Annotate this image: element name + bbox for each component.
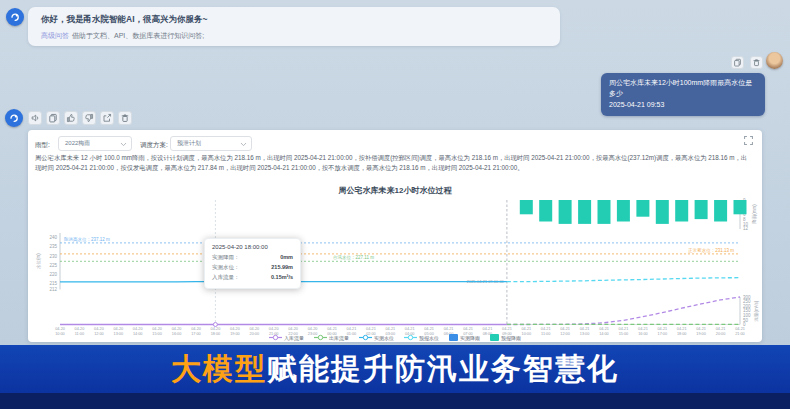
tooltip-row: 实测降雨：0mm	[212, 253, 293, 263]
rain-type-label: 雨型:	[35, 141, 50, 150]
ai-avatar	[5, 109, 23, 127]
svg-text:04-20: 04-20	[288, 327, 298, 331]
legend-item[interactable]: 实测降雨	[449, 334, 480, 341]
svg-text:220: 220	[49, 272, 57, 277]
copy-icon[interactable]	[731, 56, 744, 69]
greeting-subtitle-row: 高级问答借助于文档、API、数据库表进行知识问答;	[41, 31, 204, 41]
svg-text:230: 230	[49, 254, 57, 259]
trash-icon[interactable]	[750, 56, 763, 69]
trash-icon[interactable]	[118, 111, 132, 125]
svg-text:04-21: 04-21	[366, 327, 376, 331]
svg-text:防洪高水位：237.12 m: 防洪高水位：237.12 m	[64, 236, 110, 242]
svg-text:212: 212	[49, 287, 57, 292]
svg-text:235: 235	[49, 244, 57, 249]
chart-tooltip: 2025-04-20 18:00:00 实测降雨：0mm实测水位：215.99m…	[204, 238, 301, 289]
banner-text: 赋能提升防汛业务智慧化	[267, 349, 619, 390]
thumbs-up-icon[interactable]	[64, 111, 78, 125]
svg-text:225: 225	[49, 263, 57, 268]
svg-text:04-21: 04-21	[424, 327, 434, 331]
plan-value: 预泄计划	[177, 139, 201, 148]
bottom-banner: 大模型赋能提升防汛业务智慧化	[0, 345, 790, 393]
export-icon[interactable]	[100, 111, 114, 125]
greeting-title: 你好，我是甬水院智能AI，很高兴为你服务~	[41, 14, 207, 26]
message-actions	[731, 56, 763, 69]
svg-text:04-21: 04-21	[502, 327, 512, 331]
svg-text:04-21: 04-21	[677, 327, 687, 331]
svg-text:04-21: 04-21	[483, 327, 493, 331]
chevron-down-icon	[120, 142, 127, 147]
result-summary: 周公宅水库未来 12 小时 100.0 mm降雨，按设计计划调度，最高水位为 2…	[35, 153, 753, 174]
svg-text:04-21: 04-21	[541, 327, 551, 331]
svg-text:04-21: 04-21	[638, 327, 648, 331]
svg-text:正常蓄水位：231.13 m: 正常蓄水位：231.13 m	[687, 247, 734, 253]
svg-text:04-21: 04-21	[696, 327, 706, 331]
svg-text:04-21: 04-21	[716, 327, 726, 331]
chart-legend: 入库流量出库流量实测水位预报水位实测降雨预报降雨	[28, 334, 762, 341]
tooltip-title: 2025-04-20 18:00:00	[212, 244, 293, 250]
user-message-text: 周公宅水库未来12小时100mm降雨最高水位是多少	[609, 78, 757, 100]
svg-text:04-20: 04-20	[113, 327, 123, 331]
chart-title: 周公宅水库未来12小时水位过程	[28, 185, 762, 196]
svg-text:04-20: 04-20	[94, 327, 104, 331]
legend-item[interactable]: 入库流量	[269, 334, 304, 341]
svg-text:04-21: 04-21	[405, 327, 415, 331]
legend-item[interactable]: 实测水位	[359, 334, 394, 341]
greeting-tag: 高级问答	[41, 32, 69, 39]
svg-text:04-20: 04-20	[230, 327, 240, 331]
copy-icon[interactable]	[46, 111, 60, 125]
voice-icon[interactable]	[28, 111, 42, 125]
svg-text:04-20: 04-20	[249, 327, 259, 331]
svg-text:水位(m): 水位(m)	[36, 253, 41, 269]
ai-avatar	[6, 8, 24, 26]
footer-strip	[0, 393, 790, 409]
svg-text:04-21: 04-21	[521, 327, 531, 331]
svg-text:04-20: 04-20	[211, 327, 221, 331]
legend-item[interactable]: 出库流量	[314, 334, 349, 341]
svg-text:04-20: 04-20	[133, 327, 143, 331]
ai-logo-icon	[9, 11, 21, 23]
svg-text:04-21: 04-21	[657, 327, 667, 331]
svg-text:04-21: 04-21	[347, 327, 357, 331]
svg-text:04-21: 04-21	[444, 327, 454, 331]
svg-text:04-20: 04-20	[308, 327, 318, 331]
svg-text:04-20: 04-20	[172, 327, 182, 331]
svg-text:04-20: 04-20	[55, 327, 65, 331]
plan-select[interactable]: 预泄计划	[170, 136, 252, 151]
svg-text:04-21: 04-21	[619, 327, 629, 331]
svg-text:04-21: 04-21	[463, 327, 473, 331]
user-message-time: 2025-04-21 09:53	[609, 100, 757, 111]
thumbs-down-icon[interactable]	[82, 111, 96, 125]
svg-text:台汛水位：227.11 m: 台汛水位：227.11 m	[333, 254, 374, 260]
svg-text:降雨(mm): 降雨(mm)	[751, 204, 757, 224]
user-avatar[interactable]	[766, 52, 783, 69]
ai-logo-icon	[8, 112, 20, 124]
svg-text:04-20: 04-20	[269, 327, 279, 331]
greeting-subtitle: 借助于文档、API、数据库表进行知识问答;	[72, 32, 204, 39]
svg-text:04-21: 04-21	[580, 327, 590, 331]
legend-item[interactable]: 预报水位	[404, 334, 439, 341]
tooltip-row: 入库流量：0.15m³/s	[212, 273, 293, 283]
answer-panel: 雨型: 2022梅雨 调度方案: 预泄计划 周公宅水库未来 12 小时 100.…	[28, 130, 762, 342]
svg-text:04-20: 04-20	[191, 327, 201, 331]
svg-text:215: 215	[49, 281, 57, 286]
assistant-greeting-bubble: 你好，我是甬水院智能AI，很高兴为你服务~ 高级问答借助于文档、API、数据库表…	[28, 7, 560, 46]
banner-highlight: 大模型	[171, 349, 267, 390]
legend-item[interactable]: 预报降雨	[490, 334, 521, 341]
svg-text:04-21: 04-21	[327, 327, 337, 331]
svg-text:04-21: 04-21	[735, 327, 745, 331]
chevron-down-icon	[240, 142, 247, 147]
fullscreen-icon[interactable]	[743, 135, 754, 146]
app-window: 你好，我是甬水院智能AI，很高兴为你服务~ 高级问答借助于文档、API、数据库表…	[0, 0, 790, 409]
svg-text:04-21: 04-21	[599, 327, 609, 331]
tooltip-row: 实测水位：215.99m	[212, 263, 293, 273]
user-message-bubble: 周公宅水库未来12小时100mm降雨最高水位是多少 2025-04-21 09:…	[601, 73, 765, 116]
svg-text:流量(m³/s): 流量(m³/s)	[754, 300, 759, 322]
svg-text:04-20: 04-20	[152, 327, 162, 331]
tooltip-rows: 实测降雨：0mm实测水位：215.99m入库流量：0.15m³/s	[212, 253, 293, 283]
svg-text:04-20: 04-20	[75, 327, 85, 331]
rain-type-select[interactable]: 2022梅雨	[58, 136, 132, 151]
svg-text:04-21: 04-21	[385, 327, 395, 331]
svg-text:12: 12	[743, 226, 749, 231]
svg-text:240: 240	[49, 235, 57, 240]
svg-text:04-21: 04-21	[560, 327, 570, 331]
